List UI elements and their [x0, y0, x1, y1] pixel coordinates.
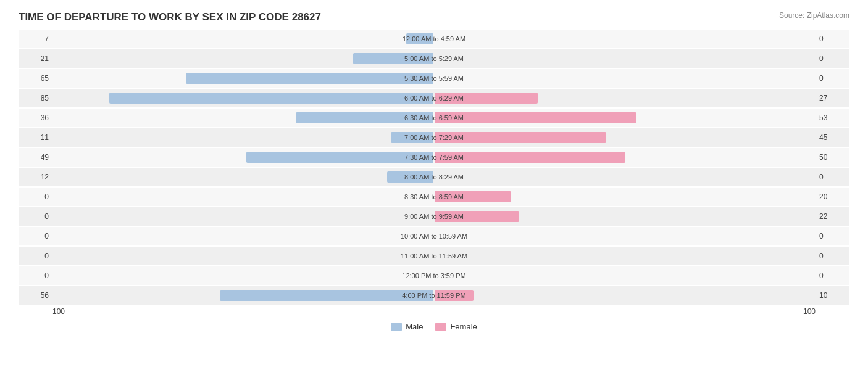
bar-left-container	[52, 109, 434, 127]
male-value: 49	[19, 153, 52, 162]
female-value: 0	[816, 35, 849, 43]
table-row: 0 11:00 AM to 11:59 AM 0	[19, 247, 849, 265]
female-value: 20	[816, 192, 849, 201]
time-label: 10:00 AM to 10:59 AM	[401, 233, 467, 240]
bar-left-container	[52, 207, 434, 226]
bar-section: 12:00 PM to 3:59 PM	[52, 266, 816, 285]
bar-right-container	[434, 30, 816, 48]
male-value: 56	[19, 291, 52, 300]
bar-section: 5:00 AM to 5:29 AM	[52, 49, 816, 68]
bar-left-container	[52, 168, 434, 186]
female-value: 50	[816, 153, 849, 162]
male-bar	[186, 73, 433, 84]
female-value: 22	[816, 212, 849, 221]
time-label: 6:00 AM to 6:29 AM	[404, 94, 464, 102]
time-label: 9:00 AM to 9:59 AM	[404, 213, 464, 220]
time-label: 11:00 AM to 11:59 AM	[401, 252, 467, 260]
bar-right-container	[434, 89, 816, 107]
time-label: 7:00 AM to 7:29 AM	[404, 134, 464, 141]
male-value: 65	[19, 74, 52, 83]
female-bar	[435, 112, 636, 123]
bar-right-container	[434, 49, 816, 68]
bar-section: 8:30 AM to 8:59 AM	[52, 188, 816, 206]
time-label: 7:30 AM to 7:59 AM	[404, 154, 464, 161]
female-value: 0	[816, 74, 849, 83]
bar-right-container	[434, 227, 816, 245]
bar-right-container	[434, 148, 816, 167]
legend: Male Female	[19, 322, 849, 331]
table-row: 21 5:00 AM to 5:29 AM 0	[19, 49, 849, 68]
table-row: 85 6:00 AM to 6:29 AM 27	[19, 89, 849, 107]
bar-left-container	[52, 128, 434, 147]
bar-section: 5:30 AM to 5:59 AM	[52, 69, 816, 88]
bar-right-container	[434, 266, 816, 285]
female-value: 0	[816, 54, 849, 63]
time-label: 6:30 AM to 6:59 AM	[404, 114, 464, 122]
bar-left-container	[52, 69, 434, 88]
bar-section: 10:00 AM to 10:59 AM	[52, 227, 816, 245]
male-value: 36	[19, 113, 52, 122]
bar-left-container	[52, 89, 434, 107]
chart-container: TIME OF DEPARTURE TO WORK BY SEX IN ZIP …	[0, 0, 868, 367]
time-label: 8:00 AM to 8:29 AM	[404, 173, 464, 181]
bar-left-container	[52, 188, 434, 206]
female-value: 45	[816, 133, 849, 142]
time-label: 5:30 AM to 5:59 AM	[404, 75, 464, 82]
bar-section: 8:00 AM to 8:29 AM	[52, 168, 816, 186]
bar-left-container	[52, 266, 434, 285]
table-row: 56 4:00 PM to 11:59 PM 10	[19, 286, 849, 305]
source-text: Source: ZipAtlas.com	[779, 11, 849, 20]
male-value: 0	[19, 271, 52, 280]
time-label: 5:00 AM to 5:29 AM	[404, 55, 464, 62]
female-bar	[435, 152, 625, 163]
bar-section: 7:30 AM to 7:59 AM	[52, 148, 816, 167]
bar-section: 6:00 AM to 6:29 AM	[52, 89, 816, 107]
female-value: 10	[816, 291, 849, 300]
male-value: 7	[19, 35, 52, 43]
male-value: 12	[19, 173, 52, 181]
male-value: 21	[19, 54, 52, 63]
male-value: 0	[19, 252, 52, 260]
time-label: 4:00 PM to 11:59 PM	[402, 292, 465, 299]
table-row: 11 7:00 AM to 7:29 AM 45	[19, 128, 849, 147]
bar-left-container	[52, 49, 434, 68]
bar-section: 12:00 AM to 4:59 AM	[52, 30, 816, 48]
bar-right-container	[434, 207, 816, 226]
female-value: 0	[816, 252, 849, 260]
bar-left-container	[52, 247, 434, 265]
axis-left-label: 100	[52, 307, 65, 316]
legend-female: Female	[435, 322, 477, 331]
male-bar	[109, 93, 433, 104]
time-label: 12:00 PM to 3:59 PM	[402, 272, 465, 279]
table-row: 0 12:00 PM to 3:59 PM 0	[19, 266, 849, 285]
table-row: 0 9:00 AM to 9:59 AM 22	[19, 207, 849, 226]
table-row: 49 7:30 AM to 7:59 AM 50	[19, 148, 849, 167]
table-row: 0 8:30 AM to 8:59 AM 20	[19, 188, 849, 206]
bar-section: 6:30 AM to 6:59 AM	[52, 109, 816, 127]
bar-section: 9:00 AM to 9:59 AM	[52, 207, 816, 226]
axis-labels: 100 100	[19, 306, 849, 317]
bar-right-container	[434, 168, 816, 186]
bar-section: 4:00 PM to 11:59 PM	[52, 286, 816, 305]
bar-section: 7:00 AM to 7:29 AM	[52, 128, 816, 147]
table-row: 36 6:30 AM to 6:59 AM 53	[19, 109, 849, 127]
male-swatch	[391, 323, 402, 331]
chart-area: 7 12:00 AM to 4:59 AM 0 21 5:00 AM to 5:…	[19, 30, 849, 305]
female-value: 27	[816, 94, 849, 102]
legend-male: Male	[391, 322, 423, 331]
time-label: 8:30 AM to 8:59 AM	[404, 193, 464, 200]
female-swatch	[435, 323, 446, 331]
time-label: 12:00 AM to 4:59 AM	[403, 35, 465, 43]
table-row: 0 10:00 AM to 10:59 AM 0	[19, 227, 849, 245]
bar-left-container	[52, 286, 434, 305]
female-value: 0	[816, 271, 849, 280]
bar-left-container	[52, 148, 434, 167]
bar-right-container	[434, 69, 816, 88]
male-label: Male	[406, 322, 423, 331]
female-value: 53	[816, 113, 849, 122]
bar-right-container	[434, 286, 816, 305]
female-value: 0	[816, 173, 849, 181]
female-value: 0	[816, 232, 849, 241]
table-row: 7 12:00 AM to 4:59 AM 0	[19, 30, 849, 48]
male-value: 0	[19, 232, 52, 241]
